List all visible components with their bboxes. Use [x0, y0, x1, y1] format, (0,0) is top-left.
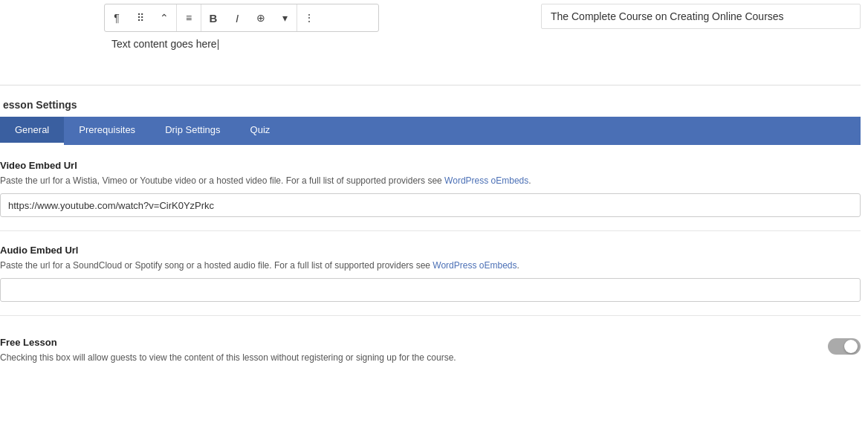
toolbar-paragraph-group: ¶ ⠿ ⌃ — [105, 4, 177, 31]
video-embed-description: Paste the url for a Wistia, Vimeo or You… — [0, 174, 861, 187]
course-title-text: The Complete Course on Creating Online C… — [551, 10, 784, 22]
paragraph-button[interactable]: ¶ — [105, 4, 129, 31]
audio-embed-desc-end: . — [516, 260, 519, 271]
toggle-track — [828, 338, 861, 355]
editor-content[interactable]: Text content goes here — [104, 32, 519, 62]
toolbar-format-group: B I ⊕ ▾ — [201, 4, 297, 31]
tab-quiz[interactable]: Quiz — [236, 117, 285, 145]
free-lesson-description: Checking this box will allow guests to v… — [0, 351, 813, 364]
free-lesson-section: Free Lesson Checking this box will allow… — [0, 329, 861, 385]
video-embed-label: Video Embed Url — [0, 160, 861, 171]
audio-embed-section: Audio Embed Url Paste the url for a Soun… — [0, 245, 861, 316]
course-title-box: The Complete Course on Creating Online C… — [541, 4, 861, 29]
audio-embed-description: Paste the url for a SoundCloud or Spotif… — [0, 259, 861, 272]
link-button[interactable]: ⊕ — [249, 4, 273, 31]
editor-text: Text content goes here — [111, 38, 217, 50]
chevron-down-button[interactable]: ▾ — [273, 4, 297, 31]
free-lesson-row: Free Lesson Checking this box will allow… — [0, 329, 861, 372]
lesson-settings-title: esson Settings — [3, 93, 861, 117]
video-embed-link[interactable]: WordPress oEmbeds — [444, 175, 528, 186]
italic-button[interactable]: I — [225, 4, 249, 31]
toggle-thumb — [844, 340, 858, 353]
video-embed-desc-start: Paste the url for a Wistia, Vimeo or You… — [0, 175, 444, 186]
editor-toolbar: ¶ ⠿ ⌃ ≡ B I ⊕ ▾ ⋮ — [104, 4, 379, 32]
tab-drip-settings[interactable]: Drip Settings — [150, 117, 235, 145]
video-embed-desc-end: . — [528, 175, 531, 186]
general-tab-content: Video Embed Url Paste the url for a Wist… — [0, 145, 861, 406]
free-lesson-label: Free Lesson — [0, 337, 813, 348]
free-lesson-info: Free Lesson Checking this box will allow… — [0, 337, 813, 364]
align-button[interactable]: ≡ — [177, 4, 201, 31]
audio-embed-label: Audio Embed Url — [0, 245, 861, 256]
lesson-settings-section: esson Settings General Prerequisites Dri… — [0, 93, 861, 406]
grid-button[interactable]: ⠿ — [129, 4, 152, 31]
audio-embed-input[interactable] — [0, 278, 861, 302]
audio-embed-desc-start: Paste the url for a SoundCloud or Spotif… — [0, 260, 433, 271]
video-embed-section: Video Embed Url Paste the url for a Wist… — [0, 160, 861, 231]
audio-embed-link[interactable]: WordPress oEmbeds — [433, 260, 516, 271]
tabs-bar: General Prerequisites Drip Settings Quiz — [0, 117, 861, 145]
bold-button[interactable]: B — [201, 4, 225, 31]
more-options-button[interactable]: ⋮ — [297, 4, 321, 31]
toolbar-align-group: ≡ — [177, 4, 201, 31]
updown-button[interactable]: ⌃ — [152, 4, 176, 31]
free-lesson-toggle[interactable] — [828, 338, 861, 355]
tab-prerequisites[interactable]: Prerequisites — [64, 117, 150, 145]
toolbar-more-group: ⋮ — [297, 4, 321, 31]
tab-general[interactable]: General — [0, 117, 64, 145]
video-embed-input[interactable] — [0, 193, 861, 217]
